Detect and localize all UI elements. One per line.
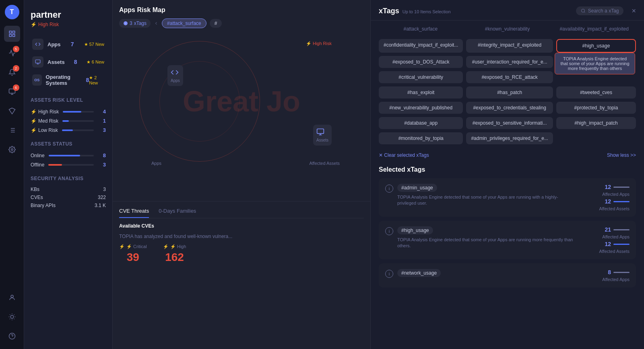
- xtag-critical-vuln[interactable]: #critical_vulnerability: [379, 71, 463, 83]
- high-risk-label-map: ⚡ High Risk: [306, 41, 332, 46]
- sidebar-item-diamond[interactable]: [4, 103, 20, 119]
- tab-0days[interactable]: 0-Days Families: [159, 208, 196, 218]
- xtags-grid: #confidentiality_impact_if_exploit... #i…: [371, 34, 644, 149]
- xtag-new-vuln[interactable]: #new_vulnerability_published: [379, 102, 463, 114]
- help-btn[interactable]: [4, 328, 20, 344]
- sidebar-item-devices[interactable]: 6: [4, 84, 20, 100]
- tab-cve-threats[interactable]: CVE Threats: [119, 208, 149, 218]
- nav-section: Apps 7 ★ 57 New Assets 8 ★ 6 New OS: [31, 35, 106, 89]
- close-button[interactable]: ×: [632, 7, 636, 15]
- xtag-exposed-rce[interactable]: #exposed_to_RCE_attack: [466, 71, 553, 83]
- card-name-admin-usage: #admin_usage: [397, 184, 437, 192]
- col-header-2: #known_vulnerability: [466, 24, 549, 34]
- nav-item-apps[interactable]: Apps 7 ★ 57 New: [31, 35, 106, 53]
- apps-bar-3: [613, 272, 630, 273]
- xtag-exposed-dos[interactable]: #exposed_to_DOS_Attack: [379, 56, 463, 68]
- svg-point-16: [10, 315, 14, 318]
- show-less-button[interactable]: Show less >>: [607, 152, 636, 158]
- cve-title: Available CVEs: [119, 223, 364, 229]
- main-content: Apps Risk Map i 3 xTags #attack_surface …: [113, 0, 370, 349]
- status-offline: Offline 3: [31, 160, 106, 169]
- assets-map-icon: Assets: [313, 125, 332, 146]
- user-toggle-btn[interactable]: [4, 289, 20, 306]
- xtags-search[interactable]: Search a xTag: [576, 6, 624, 15]
- partner-name: partner: [31, 10, 106, 20]
- card-name-network-usage: #network_usage: [397, 269, 441, 277]
- chevron-left-icon[interactable]: [154, 21, 159, 26]
- xtag-database[interactable]: #database_app: [379, 117, 463, 129]
- xtag-protected[interactable]: #protected_by_topia: [556, 102, 636, 114]
- xtag-high-impact[interactable]: #high_impact_patch: [556, 117, 636, 129]
- cve-subtitle: TOPIA has analyzed and found well-known …: [119, 234, 364, 239]
- sidebar-bottom: [4, 289, 20, 344]
- xtag-user-interaction[interactable]: #user_interaction_required_for_e...: [466, 56, 553, 68]
- os-label: Operating Systems: [46, 74, 86, 86]
- avatar[interactable]: T: [5, 5, 19, 19]
- xtag-sensitive[interactable]: #exposed_to_sensitive_informati...: [466, 117, 553, 129]
- sidebar: T 5 2 6: [0, 0, 24, 349]
- svg-text:i: i: [125, 22, 126, 25]
- security-binary: Binary APIs 3.1 K: [31, 201, 106, 209]
- svg-line-24: [14, 314, 14, 315]
- apps-bar-2: [613, 229, 630, 230]
- filter-tag-attack-surface[interactable]: #attack_surface: [162, 18, 206, 28]
- os-new: ★ 2 New: [89, 75, 104, 85]
- xtag-card-high-usage: i #high_usage TOPIA Analysis Engine dete…: [379, 221, 636, 259]
- xtags-title: xTags: [379, 7, 399, 15]
- sidebar-item-activity[interactable]: 5: [4, 45, 20, 61]
- svg-rect-32: [317, 129, 324, 134]
- search-icon: [581, 8, 586, 13]
- cve-tabs: CVE Threats 0-Days Families: [119, 208, 364, 218]
- xtag-admin-priv[interactable]: #admin_privileges_required_for_e...: [466, 132, 553, 144]
- svg-rect-2: [9, 35, 11, 37]
- cve-section: CVE Threats 0-Days Families Available CV…: [113, 201, 370, 349]
- theme-toggle-btn[interactable]: [4, 309, 20, 325]
- nav-item-assets[interactable]: Assets 8 ★ 6 New: [31, 53, 106, 71]
- cve-stat-critical: ⚡ ⚡ Critical 39: [119, 244, 147, 264]
- svg-line-36: [584, 12, 585, 12]
- xtag-has-patch[interactable]: #has_patch: [466, 86, 553, 99]
- security-analysis-title: Security Analysis: [31, 176, 106, 181]
- svg-rect-3: [12, 35, 14, 37]
- info-icon-1: i: [385, 185, 393, 193]
- selected-xtags-section: Selected xTags i #admin_usage TOPIA Anal…: [371, 161, 644, 349]
- col-header-3: #availability_impact_if_exploited: [552, 24, 636, 34]
- sidebar-item-grid[interactable]: [4, 26, 20, 42]
- security-analysis-list: KBs 3 CVEs 322 Binary APIs 3.1 K: [31, 185, 106, 209]
- xtags-actions: ✕ Clear selected xTags Show less >>: [371, 149, 644, 161]
- apps-label: Apps: [47, 41, 61, 47]
- xtag-credentials[interactable]: #exposed_to_credentials_stealing: [466, 102, 553, 114]
- filter-tag-2[interactable]: #: [210, 19, 222, 28]
- xtag-card-network-usage: i #network_usage 8 Affected Apps: [379, 263, 636, 287]
- lightning-icon: ⚡: [31, 22, 37, 27]
- xtags-header: xTags Up to 10 Items Selection Search a …: [371, 0, 644, 21]
- card-desc-admin-usage: TOPIA Analysis Engine detected that some…: [397, 194, 576, 207]
- risk-level-list: ⚡ High Risk 4 ⚡ Med Risk 1 ⚡ Low Risk 3: [31, 107, 106, 135]
- xtag-confidentiality[interactable]: #confidentiality_impact_if_exploit...: [379, 39, 463, 53]
- card-stats-high-usage: 21 Affected Apps 12 Affected Assets: [581, 226, 630, 254]
- xtag-empty-3: [556, 132, 636, 144]
- card-stats-network-usage: 8 Affected Apps: [581, 269, 630, 282]
- apps-new: ★ 57 New: [84, 42, 104, 47]
- xtags-filter-bar: i 3 xTags #attack_surface #: [119, 18, 364, 28]
- risk-row-low: ⚡ Low Risk 3: [31, 125, 106, 135]
- clear-selected-button[interactable]: ✕ Clear selected xTags: [379, 152, 429, 158]
- alerts-badge: 2: [13, 65, 19, 72]
- sidebar-item-alerts[interactable]: 2: [4, 64, 20, 80]
- xtag-has-exploit[interactable]: #has_exploit: [379, 86, 463, 99]
- xtag-integrity[interactable]: #integrity_impact_if_exploited: [466, 39, 553, 53]
- assets-label: Assets: [47, 59, 65, 65]
- xtag-high-usage[interactable]: #high_usage TOPIA Analysis Engine detect…: [556, 39, 636, 53]
- status-list: Online 8 Offline 3: [31, 151, 106, 169]
- assets-count: 8: [74, 59, 77, 65]
- assets-new: ★ 6 New: [87, 60, 104, 65]
- sidebar-item-settings[interactable]: [4, 142, 20, 158]
- xtag-tweeted-cves[interactable]: #tweeted_cves: [556, 86, 636, 99]
- selected-xtags-title: Selected xTags: [379, 166, 636, 173]
- sidebar-item-list[interactable]: [4, 122, 20, 138]
- nav-item-os[interactable]: OS Operating Systems 8 ★ 2 New: [31, 71, 106, 89]
- card-desc-high-usage: TOPIA Analysis Engine detected that some…: [397, 237, 576, 249]
- xtags-panel: xTags Up to 10 Items Selection Search a …: [370, 0, 644, 349]
- xtag-monitored[interactable]: #monitored_by_topia: [379, 132, 463, 144]
- xtags-column-headers: #attack_surface #known_vulnerability #av…: [371, 21, 644, 34]
